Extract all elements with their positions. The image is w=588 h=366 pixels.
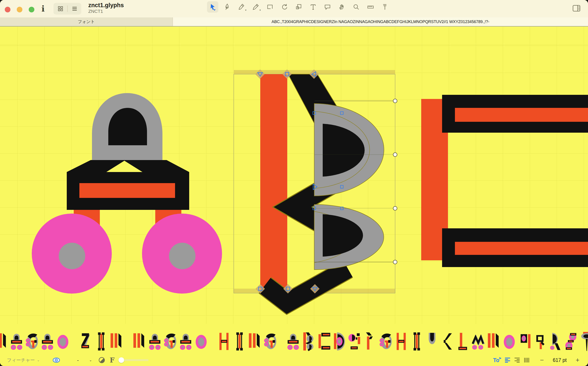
strip-glyph-a[interactable] [148,330,162,353]
strip-glyph-g[interactable] [263,330,278,353]
strip-glyph-i[interactable] [232,330,247,353]
note-icon [324,3,331,11]
rect-icon [266,3,274,11]
strip-glyph-l[interactable] [456,330,470,353]
strip-glyph-h[interactable] [217,330,231,353]
strip-glyph-h[interactable] [394,330,408,353]
strip-glyph-c[interactable] [317,330,331,353]
pencil-tool-button[interactable]: ▾ [250,1,261,13]
list-view-button[interactable] [68,3,81,15]
chevron-down-icon: ⌄ [37,358,40,362]
sidebar-toggle-button[interactable] [571,3,582,14]
strip-glyph-g[interactable] [25,330,39,353]
glyph-outlines[interactable] [0,27,588,366]
strip-glyph-i[interactable] [94,330,108,353]
strip-glyph-j[interactable] [425,330,439,353]
text-tool-button[interactable] [308,1,319,13]
scale-tool-button[interactable] [293,1,304,13]
pen-tool-button[interactable] [221,1,233,13]
strip-glyph-p[interactable] [518,330,532,353]
strip-glyph-a[interactable] [9,330,24,353]
strip-glyph-n[interactable] [0,330,8,353]
measure-tool-button[interactable] [365,1,376,13]
kerning-toggle-button[interactable]: To➤ [490,356,503,365]
select-icon [209,3,216,11]
strip-glyph-a[interactable] [286,330,300,353]
zoom-out-button[interactable]: − [537,356,547,364]
strip-glyph-k[interactable] [440,330,455,353]
tab-font-overview[interactable]: フォント [0,17,173,26]
strip-glyph-o[interactable] [502,330,516,353]
strip-glyph-g[interactable] [379,330,393,353]
chevron-down-icon: ▾ [259,9,261,12]
zoom-tool-button[interactable] [351,1,362,13]
strip-glyph-o[interactable] [194,330,208,353]
strip-glyph-d[interactable] [332,330,347,353]
title-bar: i znct1.glyphs ZNCT1 ▾▾ [0,0,588,17]
strip-glyph-a[interactable] [179,330,193,353]
rotate-tool-button[interactable] [279,1,290,13]
select-tool-button[interactable] [207,1,218,13]
knife-icon [238,3,245,11]
sample-letter-f: F [110,356,115,364]
close-button[interactable] [5,7,10,12]
master-value: - [77,357,79,363]
align-right-icon [514,356,520,364]
minimize-button[interactable] [17,7,23,12]
grid-view-button[interactable] [53,3,67,15]
strip-glyph-g[interactable] [163,330,177,353]
primitives-tool-button[interactable] [264,1,276,13]
font-family-name: ZNCT1 [88,9,124,14]
sidebar-toggle-icon [572,4,581,13]
strip-glyph-n[interactable] [248,330,262,353]
strip-glyph-f[interactable] [363,330,377,353]
kern-arrow-icon: ➤ [499,356,501,360]
annotation-tool-button[interactable] [322,1,333,13]
strip-glyph-o[interactable] [56,330,70,353]
preview-size-slider[interactable] [119,357,149,363]
document-title: znct1.glyphs [88,2,124,9]
preview-strip[interactable] [0,330,588,353]
preview-eye-button[interactable] [50,356,62,364]
pencil-icon [252,3,259,11]
strip-glyph-n[interactable] [132,330,147,353]
strip-glyph-m[interactable] [471,330,486,353]
strip-glyph-q[interactable] [533,330,547,353]
features-dropdown[interactable]: フィーチャー ⌄ [6,357,41,363]
strip-glyph-r[interactable] [548,330,563,353]
strip-glyph-a[interactable] [40,330,55,353]
features-label: フィーチャー [7,357,35,363]
strip-glyph-t[interactable] [579,330,588,353]
master-dropdown[interactable]: - ⌄ [76,357,93,363]
hand-tool-button[interactable] [336,1,347,13]
strip-glyph-n[interactable] [487,330,501,353]
knife-tool-button[interactable]: ▾ [236,1,247,13]
zoom-icon [353,3,360,11]
pen-icon [223,3,231,11]
slider-knob[interactable] [119,357,124,363]
zoom-in-button[interactable]: + [573,356,582,364]
vertical-writing-button[interactable] [522,356,531,365]
eye-icon [52,357,61,364]
strip-glyph-e[interactable] [348,330,362,353]
measure-icon [367,3,374,11]
list-view-icon [71,5,78,12]
tab-edit-view[interactable]: ABC.,T2004GRAPHICDESIGNERZIn NAGAOZINNAG… [173,17,588,26]
status-bar-right: To➤ − 617 pt + [490,356,582,365]
strip-glyph-n[interactable] [109,330,124,353]
strip-glyph-i[interactable] [409,330,424,353]
grid-view-icon [57,5,64,12]
rotate-icon [281,3,288,11]
transform-icon [295,3,302,11]
fullscreen-button[interactable] [29,7,34,12]
edit-canvas[interactable]: フィーチャー ⌄ - ⌄ F To➤ [0,27,588,366]
black-white-preview-button[interactable] [97,356,107,364]
strip-glyph-z[interactable] [78,330,93,353]
align-right-button[interactable] [512,356,522,365]
font-info-button[interactable]: i [39,3,47,14]
metrics-tool-button[interactable] [379,1,391,13]
strip-glyph-s[interactable] [564,330,578,353]
align-left-button[interactable] [503,356,512,365]
tab-bar: フォント ABC.,T2004GRAPHICDESIGNERZIn NAGAOZ… [0,17,588,27]
strip-glyph-b[interactable] [302,330,316,353]
